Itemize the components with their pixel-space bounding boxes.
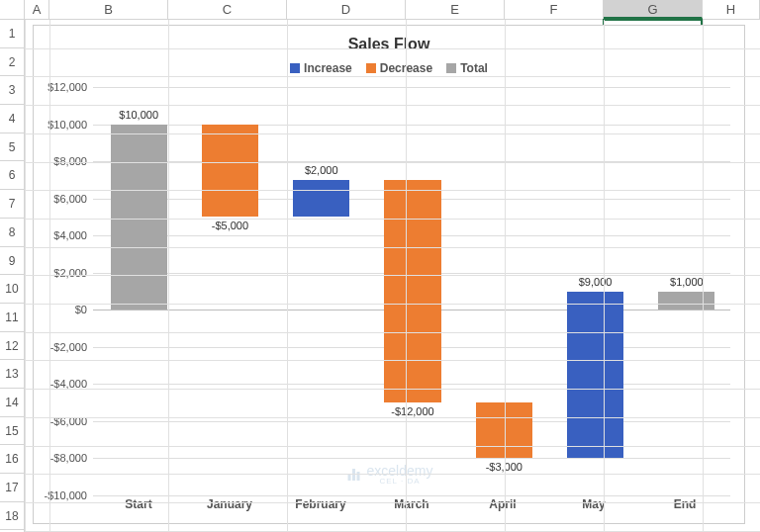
- col-header-H[interactable]: H: [703, 0, 760, 19]
- row-header-3[interactable]: 3: [0, 76, 24, 105]
- row-header-2[interactable]: 2: [0, 48, 24, 77]
- y-tick: -$2,000: [50, 341, 87, 353]
- data-label: $10,000: [119, 109, 158, 121]
- chart-legend[interactable]: IncreaseDecreaseTotal: [34, 61, 744, 81]
- row-header-11[interactable]: 11: [0, 304, 24, 332]
- legend-item-increase[interactable]: Increase: [290, 61, 352, 75]
- data-label: $2,000: [305, 164, 338, 176]
- row-header-12[interactable]: 12: [0, 332, 24, 361]
- x-tick-may: May: [548, 497, 639, 517]
- data-label: -$12,000: [391, 405, 433, 417]
- col-header-F[interactable]: F: [505, 0, 604, 19]
- y-tick: $0: [75, 304, 87, 315]
- row-header-6[interactable]: 6: [0, 161, 24, 190]
- x-tick-april: April: [457, 497, 548, 517]
- row-header-7[interactable]: 7: [0, 190, 24, 219]
- col-header-B[interactable]: B: [49, 0, 168, 19]
- data-label: $1,000: [670, 276, 704, 288]
- row-header-17[interactable]: 17: [0, 474, 24, 502]
- col-header-A[interactable]: A: [25, 0, 49, 19]
- row-header-5[interactable]: 5: [0, 133, 24, 162]
- plot-area[interactable]: $10,000-$5,000$2,000-$12,000-$3,000$9,00…: [93, 87, 730, 495]
- bar-start[interactable]: [111, 125, 167, 310]
- bar-end[interactable]: [658, 292, 714, 310]
- legend-swatch: [290, 63, 300, 73]
- x-tick-march: March: [366, 497, 457, 517]
- y-tick: $10,000: [48, 119, 87, 131]
- row-header-10[interactable]: 10: [0, 275, 24, 304]
- x-tick-february: February: [275, 497, 366, 517]
- legend-label: Total: [460, 61, 488, 75]
- y-tick: $6,000: [53, 193, 87, 205]
- bar-march[interactable]: [384, 180, 440, 402]
- y-tick: $2,000: [53, 267, 87, 279]
- col-header-C[interactable]: C: [168, 0, 287, 19]
- x-tick-end: End: [639, 497, 730, 517]
- x-tick-january: January: [184, 497, 275, 517]
- row-header-16[interactable]: 16: [0, 445, 24, 474]
- row-header-9[interactable]: 9: [0, 247, 24, 276]
- cell-area[interactable]: Sales Flow IncreaseDecreaseTotal -$10,00…: [25, 20, 760, 532]
- select-all-corner[interactable]: [0, 0, 25, 20]
- legend-label: Increase: [304, 61, 352, 75]
- data-label: $9,000: [579, 276, 613, 288]
- row-header-15[interactable]: 15: [0, 417, 24, 446]
- row-header-18[interactable]: 18: [0, 502, 24, 531]
- chart-title[interactable]: Sales Flow: [34, 26, 744, 61]
- row-header-13[interactable]: 13: [0, 360, 24, 389]
- row-header-1[interactable]: 1: [0, 20, 24, 48]
- column-headers: ABCDEFGH: [25, 0, 760, 20]
- y-tick: $4,000: [53, 229, 87, 241]
- col-header-E[interactable]: E: [406, 0, 505, 19]
- bar-january[interactable]: [202, 125, 258, 218]
- bar-february[interactable]: [293, 180, 349, 218]
- spreadsheet-grid: ABCDEFGH 123456789101112131415161718 Sal…: [0, 0, 760, 532]
- x-axis: StartJanuaryFebruaryMarchAprilMayEnd: [93, 497, 730, 517]
- legend-item-total[interactable]: Total: [446, 61, 488, 75]
- legend-item-decrease[interactable]: Decrease: [366, 61, 432, 75]
- row-header-8[interactable]: 8: [0, 219, 24, 247]
- col-header-G[interactable]: G: [604, 0, 703, 19]
- data-label: -$5,000: [212, 220, 248, 231]
- y-axis: -$10,000-$8,000-$6,000-$4,000-$2,000$0$2…: [34, 87, 91, 493]
- col-header-D[interactable]: D: [287, 0, 406, 19]
- x-tick-start: Start: [93, 497, 184, 517]
- row-headers: 123456789101112131415161718: [0, 20, 25, 532]
- legend-swatch: [366, 63, 376, 73]
- row-header-14[interactable]: 14: [0, 389, 24, 417]
- row-header-4[interactable]: 4: [0, 105, 24, 133]
- y-tick: $12,000: [48, 81, 87, 93]
- y-tick: -$10,000: [45, 489, 87, 501]
- bar-may[interactable]: [567, 292, 623, 459]
- y-tick: -$8,000: [50, 452, 87, 464]
- legend-swatch: [446, 63, 456, 73]
